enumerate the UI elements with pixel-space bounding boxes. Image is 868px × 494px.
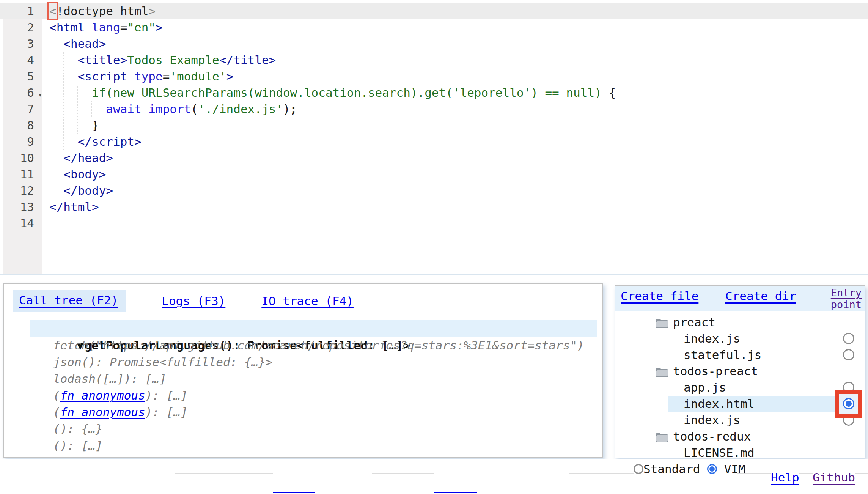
code-token: </script>	[78, 135, 142, 148]
code-token: </title>	[219, 53, 276, 67]
file-tree-file-index.js[interactable]: index.js	[615, 330, 865, 347]
call-tree-row[interactable]: (fn anonymous): […]	[53, 387, 602, 404]
code-line[interactable]: }	[49, 117, 868, 134]
tab-call-tree-f2[interactable]: Call tree (F2)	[13, 290, 126, 312]
keybinding-radio-standard[interactable]	[634, 464, 643, 474]
keybinding-label-standard: Standard	[643, 462, 700, 476]
call-text: json(): Promise<fulfilled: {…}>	[53, 355, 273, 369]
code-editor[interactable]: 123456▾7891011121314 <!doctype html><htm…	[0, 3, 868, 274]
file-tree-file-index.js[interactable]: index.js	[615, 412, 865, 428]
code-token: 'module'	[170, 69, 226, 83]
code-line[interactable]: </body>	[49, 182, 868, 199]
code-line[interactable]: <script type='module'>	[49, 68, 868, 85]
fn-anonymous-link[interactable]: fn anonymous	[60, 389, 145, 402]
file-name: LICENSE.md	[684, 445, 755, 458]
code-line[interactable]: <!doctype html>	[49, 3, 868, 19]
code-token	[49, 86, 92, 99]
fn-anonymous-link[interactable]: fn anonymous	[60, 405, 145, 419]
entry-point-radio[interactable]	[843, 349, 854, 360]
create-dir-button[interactable]: Create dir	[725, 289, 796, 303]
file-tree-dir-todos-preact[interactable]: todos-preact	[615, 363, 865, 379]
code-token: if(new URLSearchParams(window.location.s…	[92, 86, 609, 99]
file-tree-file-LICENSE.md[interactable]: LICENSE.md	[615, 445, 865, 458]
call-tree-selected-node[interactable]: ▼getPopularLanguages(): Promise<fulfille…	[30, 320, 597, 337]
code-line[interactable]	[49, 215, 868, 231]
call-text: fetch("https://api.github.com/search/rep…	[53, 338, 584, 352]
code-token	[142, 102, 149, 116]
current-file-path: docs/examples/todos- preact/index.html	[5, 459, 146, 494]
call-tree-row[interactable]: (fn anonymous): […]	[53, 454, 602, 458]
entry-point-header[interactable]: Entry point	[822, 287, 862, 310]
line-number: 1	[3, 3, 42, 19]
call-text: (	[53, 455, 60, 458]
file-name: index.js	[684, 330, 740, 347]
code-token: </html>	[49, 200, 99, 214]
call-tree-row[interactable]: lodash([…]): […]	[53, 370, 602, 387]
call-tree-rows: fetch("https://api.github.com/search/rep…	[53, 337, 602, 458]
file-name: todos-preact	[673, 363, 758, 379]
code-token: import	[148, 102, 191, 116]
line-number: 6▾	[3, 85, 42, 101]
code-line[interactable]: <html lang="en">	[49, 19, 868, 36]
line-number: 4	[3, 52, 42, 68]
github-link[interactable]: Github	[813, 469, 855, 486]
fn-anonymous-link[interactable]: fn anonymous	[60, 455, 145, 458]
code-token: (	[191, 102, 198, 116]
file-panel-header: Create file Create dir Entry point	[615, 286, 865, 311]
code-token: {	[609, 86, 616, 99]
call-tree-row[interactable]: fetch("https://api.github.com/search/rep…	[53, 337, 602, 354]
file-tree-file-app.js[interactable]: app.js	[615, 379, 865, 396]
code-token: <title>	[78, 53, 127, 67]
file-tree-dir-todos-redux[interactable]: todos-redux	[615, 428, 865, 445]
call-text: ): […]	[145, 455, 188, 458]
code-line[interactable]: <title>Todos Example</title>	[49, 52, 868, 68]
line-number: 13	[3, 199, 42, 215]
entry-point-radio[interactable]	[843, 333, 854, 344]
file-tree-file-index.html[interactable]: index.html	[615, 396, 865, 412]
call-tree-row[interactable]: (): […]	[53, 437, 602, 454]
code-line[interactable]: <body>	[49, 166, 868, 182]
call-tree-row[interactable]: json(): Promise<fulfilled: {…}>	[53, 354, 602, 370]
file-name: index.html	[684, 396, 755, 412]
code-token	[127, 69, 134, 83]
panel-tabs: Call tree (F2)Logs (F3)IO trace (F4)	[13, 289, 354, 313]
code-token: );	[283, 102, 297, 116]
code-token: </body>	[63, 184, 113, 197]
code-token	[49, 167, 63, 181]
entry-point-highlight-box	[835, 390, 862, 418]
clear-io-trace-button[interactable]: Clear IO trace (F6)	[273, 461, 372, 494]
tab-logs-f3[interactable]: Logs (F3)	[162, 294, 225, 308]
code-token: =	[163, 69, 170, 83]
call-tree-row[interactable]: (): {…}	[53, 420, 602, 437]
code-token: >	[226, 69, 234, 83]
line-number: 10	[3, 150, 42, 166]
file-name: todos-redux	[673, 428, 751, 445]
code-line[interactable]: </html>	[49, 199, 868, 215]
file-tree-file-stateful.js[interactable]: stateful.js	[615, 347, 865, 363]
code-line[interactable]: if(new URLSearchParams(window.location.s…	[49, 85, 868, 101]
call-text: (	[53, 405, 60, 419]
code-token: <script	[78, 69, 127, 83]
text-cursor: <	[49, 4, 57, 18]
code-line[interactable]: </script>	[49, 134, 868, 150]
call-tree-row[interactable]: (fn anonymous): […]	[53, 404, 602, 420]
entry-point-radio[interactable]	[843, 398, 854, 409]
help-link[interactable]: Help	[771, 469, 799, 486]
line-number: 7	[3, 101, 42, 117]
code-token: "en"	[127, 20, 156, 34]
code-line[interactable]: await import('./index.js');	[49, 101, 868, 117]
tab-io-trace-f4[interactable]: IO trace (F4)	[261, 294, 354, 308]
code-line[interactable]: <head>	[49, 36, 868, 52]
code-token: >	[148, 4, 156, 18]
code-token: >	[156, 20, 163, 34]
file-tree-dir-preact[interactable]: preact	[615, 314, 865, 330]
create-file-button[interactable]: Create file	[621, 289, 698, 303]
line-number: 2	[3, 19, 42, 36]
reopen-run-window-button[interactable]: (Re)open run window (F7)	[434, 461, 569, 494]
code-token: type	[134, 69, 163, 83]
call-text: (): […]	[53, 439, 103, 452]
code-lines[interactable]: <!doctype html><html lang="en"> <head> <…	[49, 3, 868, 231]
keybinding-radio-vim[interactable]	[707, 464, 717, 474]
code-line[interactable]: </head>	[49, 150, 868, 166]
code-token	[49, 184, 63, 197]
